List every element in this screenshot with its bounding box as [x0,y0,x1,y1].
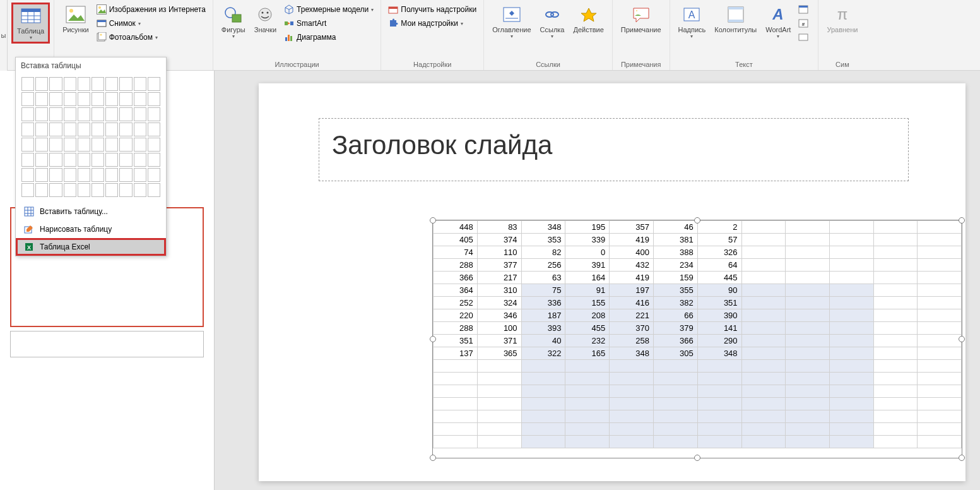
grid-cell[interactable] [49,107,62,121]
grid-cell[interactable] [78,168,90,182]
grid-cell[interactable] [105,183,118,197]
grid-cell[interactable] [148,77,160,91]
toc-button[interactable]: Оглавление ▾ [488,3,535,41]
shapes-button[interactable]: Фигуры ▾ [217,3,250,41]
resize-handle-tr[interactable] [959,217,965,224]
grid-cell[interactable] [35,107,48,121]
draw-table-item[interactable]: Нарисовать таблицу [16,220,166,238]
grid-cell[interactable] [148,138,160,152]
grid-cell[interactable] [78,107,90,121]
grid-cell[interactable] [119,122,132,136]
grid-cell[interactable] [148,107,160,121]
grid-cell[interactable] [134,183,146,197]
grid-cell[interactable] [64,168,76,182]
grid-cell[interactable] [119,168,132,182]
grid-cell[interactable] [49,168,62,182]
excel-table-item[interactable]: X Таблица Excel [16,238,166,256]
my-addins-button[interactable]: Мои надстройки ▾ [385,16,480,30]
grid-cell[interactable] [64,107,76,121]
grid-cell[interactable] [21,138,34,152]
grid-cell[interactable] [134,92,146,106]
slide-thumbnail-2[interactable] [10,331,204,357]
resize-handle-lm[interactable] [430,336,436,342]
action-button[interactable]: Действие [569,3,608,35]
get-addins-button[interactable]: Получить надстройки [385,3,480,16]
grid-cell[interactable] [148,183,160,197]
grid-cell[interactable] [78,183,90,197]
grid-cell[interactable] [105,92,118,106]
comment-button[interactable]: Примечание [617,3,666,35]
grid-cell[interactable] [105,122,118,136]
grid-cell[interactable] [21,122,34,136]
pictures-button[interactable]: Рисунки [58,3,93,35]
grid-cell[interactable] [49,122,62,136]
grid-cell[interactable] [35,92,48,106]
grid-cell[interactable] [92,153,104,167]
slide-number-button[interactable]: # [795,16,814,30]
resize-handle-bl[interactable] [430,455,436,461]
grid-cell[interactable] [35,153,48,167]
grid-cell[interactable] [35,168,48,182]
grid-cell[interactable] [92,138,104,152]
equation-button[interactable]: π Уравнени [822,3,862,35]
chart-button[interactable]: Диаграмма [281,30,377,44]
grid-cell[interactable] [35,183,48,197]
grid-cell[interactable] [49,77,62,91]
grid-cell[interactable] [148,122,160,136]
grid-cell[interactable] [92,168,104,182]
grid-cell[interactable] [64,122,76,136]
resize-handle-br[interactable] [959,455,965,461]
grid-cell[interactable] [35,122,48,136]
textbox-button[interactable]: A Надпись ▾ [674,3,711,41]
wordart-button[interactable]: A WordArt ▾ [761,3,795,41]
grid-cell[interactable] [64,153,76,167]
grid-cell[interactable] [49,92,62,106]
grid-cell[interactable] [78,153,90,167]
grid-cell[interactable] [21,153,34,167]
resize-handle-tl[interactable] [430,217,436,224]
online-pictures-button[interactable]: Изображения из Интернета [93,3,209,16]
resize-handle-bm[interactable] [694,455,700,461]
grid-cell[interactable] [134,153,146,167]
grid-cell[interactable] [134,77,146,91]
grid-cell[interactable] [134,168,146,182]
grid-cell[interactable] [105,138,118,152]
grid-cell[interactable] [134,122,146,136]
table-size-grid[interactable] [16,74,166,203]
grid-cell[interactable] [78,122,90,136]
grid-cell[interactable] [92,92,104,106]
grid-cell[interactable] [64,77,76,91]
grid-cell[interactable] [64,138,76,152]
grid-cell[interactable] [92,107,104,121]
embedded-excel-object[interactable]: 4488334819535746240537435333941938157741… [432,220,962,458]
icons-button[interactable]: Значки [250,3,281,35]
resize-handle-tm[interactable] [694,217,700,224]
grid-cell[interactable] [105,107,118,121]
grid-cell[interactable] [119,77,132,91]
grid-cell[interactable] [119,183,132,197]
grid-cell[interactable] [78,77,90,91]
grid-cell[interactable] [35,77,48,91]
grid-cell[interactable] [148,168,160,182]
table-button[interactable]: Таблица ▾ [11,3,50,44]
grid-cell[interactable] [21,107,34,121]
grid-cell[interactable] [119,92,132,106]
grid-cell[interactable] [49,153,62,167]
grid-cell[interactable] [78,138,90,152]
grid-cell[interactable] [119,138,132,152]
object-button[interactable] [795,30,814,44]
3d-models-button[interactable]: Трехмерные модели ▾ [281,3,377,16]
grid-cell[interactable] [78,92,90,106]
header-footer-button[interactable]: Колонтитулы [710,3,761,35]
grid-cell[interactable] [21,168,34,182]
grid-cell[interactable] [105,168,118,182]
grid-cell[interactable] [134,107,146,121]
grid-cell[interactable] [49,138,62,152]
grid-cell[interactable] [35,138,48,152]
grid-cell[interactable] [119,107,132,121]
grid-cell[interactable] [21,92,34,106]
grid-cell[interactable] [134,138,146,152]
photo-album-button[interactable]: Фотоальбом ▾ [93,30,209,44]
slide-canvas[interactable]: Заголовок слайда 44883348195357462405374… [259,83,965,481]
grid-cell[interactable] [92,122,104,136]
